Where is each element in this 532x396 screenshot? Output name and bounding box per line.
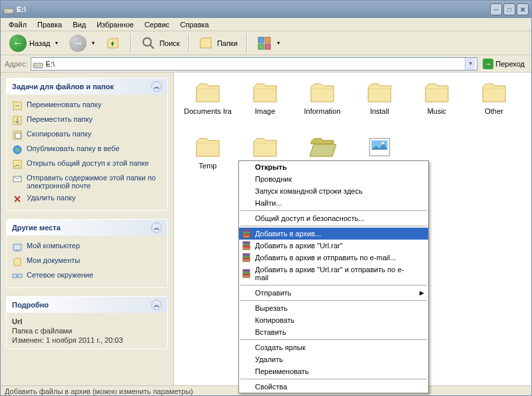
forward-button[interactable]: → ▼ <box>65 33 100 54</box>
svg-rect-38 <box>243 270 250 272</box>
folder-item[interactable]: Install <box>354 81 405 130</box>
place-item[interactable]: Мои документы <box>12 254 162 269</box>
drive-icon <box>33 59 43 69</box>
folder-label: Temp <box>199 162 217 170</box>
folder-label: Information <box>304 107 340 115</box>
svg-rect-39 <box>243 272 250 274</box>
maximize-button[interactable]: □ <box>503 3 515 15</box>
context-menu-item[interactable]: Проводник <box>239 173 428 185</box>
task-label: Открыть общий доступ к этой папке <box>27 159 148 167</box>
context-menu-item[interactable]: Открыть <box>239 161 428 173</box>
folder-item[interactable]: Image <box>239 81 291 130</box>
svg-rect-17 <box>13 244 21 250</box>
chevron-down-icon: ▼ <box>276 41 281 45</box>
task-item[interactable]: Удалить папку <box>12 192 162 206</box>
back-button[interactable]: ← Назад ▼ <box>5 33 63 54</box>
up-button[interactable] <box>101 33 127 53</box>
svg-rect-26 <box>243 230 250 232</box>
menu-view[interactable]: Вид <box>67 19 91 30</box>
place-icon <box>12 256 23 267</box>
svg-rect-5 <box>265 37 270 43</box>
svg-rect-40 <box>243 274 250 276</box>
context-menu-item[interactable]: Свойства <box>239 381 428 393</box>
separator <box>240 285 427 286</box>
task-item[interactable]: Скопировать папку <box>12 128 162 142</box>
place-item[interactable]: Мой компьютер <box>12 240 162 254</box>
task-icon <box>12 159 23 170</box>
svg-rect-34 <box>243 254 250 256</box>
minimize-button[interactable]: ─ <box>490 3 502 15</box>
context-menu-item[interactable]: Найти... <box>239 197 428 209</box>
details-header[interactable]: Подробно ︽ <box>7 297 167 313</box>
folder-item[interactable]: Temp <box>182 135 234 184</box>
chevron-down-icon[interactable]: ▼ <box>465 58 475 70</box>
menu-file[interactable]: Файл <box>3 19 32 30</box>
close-button[interactable]: ✕ <box>517 3 529 15</box>
context-menu-item[interactable]: Вырезать <box>239 302 428 314</box>
collapse-icon: ︽ <box>151 81 162 92</box>
task-label: Отправить содержимое этой папки по элект… <box>27 174 162 190</box>
menu-favorites[interactable]: Избранное <box>91 19 139 30</box>
svg-rect-13 <box>15 133 21 138</box>
context-menu-item[interactable]: Добавить в архив "Url.rar" <box>239 240 428 252</box>
svg-rect-9 <box>35 65 37 66</box>
menubar: Файл Правка Вид Избранное Сервис Справка <box>1 18 531 31</box>
search-label: Поиск <box>159 39 179 47</box>
folders-button[interactable]: Папки <box>194 33 242 53</box>
folder-item[interactable]: Information <box>296 81 348 130</box>
context-menu-label: Добавить в архив "Url.rar" <box>255 242 343 250</box>
separator <box>240 339 427 340</box>
context-menu-item[interactable]: Удалить <box>239 353 428 365</box>
chevron-down-icon: ▼ <box>91 41 95 45</box>
details-title: Подробно <box>12 301 151 309</box>
folder-item[interactable]: Music <box>411 81 463 130</box>
menu-tools[interactable]: Сервис <box>139 19 175 30</box>
addressbar: Адрес: E:\ ▼ → Переход <box>1 55 531 73</box>
context-menu-item[interactable]: Отправить▶ <box>239 287 428 299</box>
task-item[interactable]: Отправить содержимое этой папки по элект… <box>12 172 162 192</box>
svg-rect-7 <box>265 44 270 49</box>
context-menu-item[interactable]: Добавить в архив "Url.rar" и отправить п… <box>239 264 428 284</box>
task-icon <box>12 115 23 126</box>
folder-item[interactable]: Documents Ira <box>182 81 234 130</box>
search-button[interactable]: Поиск <box>136 33 184 53</box>
task-item[interactable]: Переименовать папку <box>12 99 162 113</box>
places-header[interactable]: Другие места ︽ <box>7 220 167 236</box>
menu-edit[interactable]: Правка <box>32 19 67 30</box>
task-item[interactable]: Открыть общий доступ к этой папке <box>12 157 162 172</box>
svg-rect-18 <box>15 250 19 252</box>
context-menu-item[interactable]: Добавить в архив... <box>239 228 428 240</box>
svg-rect-32 <box>243 246 250 248</box>
task-label: Переместить папку <box>27 115 93 123</box>
views-icon <box>256 35 272 51</box>
context-menu-item[interactable]: Копировать <box>239 314 428 326</box>
details-type: Папка с файлами <box>12 326 162 335</box>
folder-icon <box>308 81 336 104</box>
svg-rect-28 <box>243 234 250 236</box>
sidebar: Задачи для файлов и папок ︽ Переименоват… <box>1 73 174 385</box>
context-menu-item[interactable]: Переименовать <box>239 365 428 377</box>
menu-help[interactable]: Справка <box>175 19 214 30</box>
views-button[interactable]: ▼ <box>252 33 286 53</box>
go-icon: → <box>483 59 493 69</box>
place-item[interactable]: Сетевое окружение <box>12 269 162 284</box>
task-label: Переименовать папку <box>27 100 101 108</box>
go-button[interactable]: → Переход <box>480 58 527 70</box>
task-item[interactable]: Опубликовать папку в вебе <box>12 142 162 157</box>
context-menu-item[interactable]: Вставить <box>239 326 428 338</box>
context-menu-label: Открыть <box>255 163 287 171</box>
context-menu-item[interactable]: Запуск командной строки здесь <box>239 185 428 197</box>
address-combo[interactable]: E:\ ▼ <box>31 57 478 71</box>
forward-icon: → <box>69 35 87 52</box>
context-menu-item[interactable]: Добавить в архив и отправить по e-mail..… <box>239 252 428 264</box>
task-item[interactable]: Переместить папку <box>12 113 162 128</box>
task-icon <box>12 144 23 155</box>
context-menu-item[interactable]: Создать ярлык <box>239 341 428 353</box>
tasks-header[interactable]: Задачи для файлов и папок ︽ <box>7 79 167 95</box>
collapse-icon: ︽ <box>151 222 162 233</box>
folder-icon <box>366 81 394 104</box>
folder-icon <box>194 81 222 104</box>
chevron-down-icon: ▼ <box>55 41 59 45</box>
context-menu-item[interactable]: Общий доступ и безопасность... <box>239 212 428 224</box>
folder-item[interactable]: Other <box>468 81 520 130</box>
